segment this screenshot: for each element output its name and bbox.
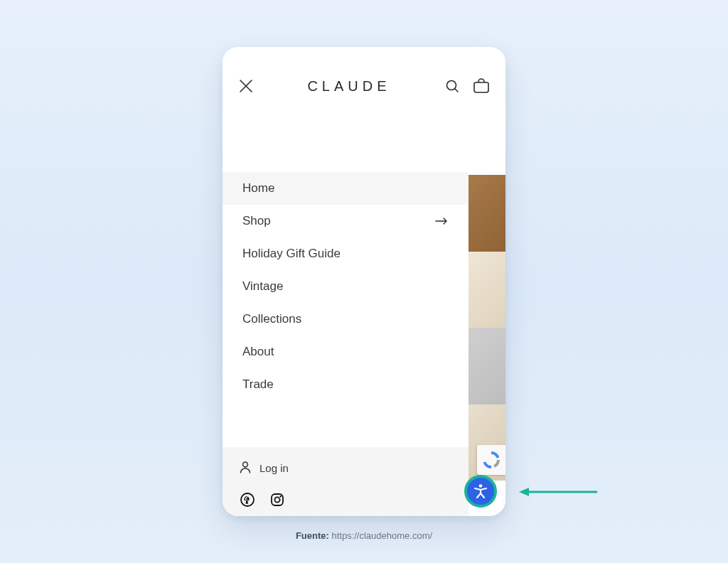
nav-item-about[interactable]: About (223, 336, 469, 368)
search-icon[interactable] (444, 78, 460, 94)
brand-logo[interactable]: CLAUDE (307, 78, 390, 95)
close-icon[interactable] (238, 78, 254, 94)
nav-item-trade[interactable]: Trade (223, 368, 469, 401)
accessibility-widget-button[interactable] (464, 475, 497, 508)
user-icon (238, 460, 252, 476)
nav-item-label: Collections (242, 312, 301, 326)
background-product-strip (469, 175, 505, 481)
pinterest-icon[interactable] (238, 490, 257, 509)
nav-item-label: About (242, 345, 274, 359)
nav-item-shop[interactable]: Shop (223, 205, 469, 237)
nav-item-label: Shop (242, 214, 271, 228)
arrow-right-icon (434, 216, 449, 226)
nav-item-vintage[interactable]: Vintage (223, 270, 469, 303)
nav-item-home[interactable]: Home (223, 172, 469, 205)
nav-menu: Home Shop Holiday Gift Guide Vintage Col… (223, 125, 469, 401)
annotation-arrow (519, 485, 597, 499)
nav-item-label: Vintage (242, 279, 283, 294)
nav-item-label: Holiday Gift Guide (242, 247, 341, 261)
caption-url: https://claudehome.com/ (331, 530, 432, 541)
site-header: CLAUDE (223, 47, 505, 125)
svg-point-1 (243, 462, 248, 467)
instagram-icon[interactable] (268, 490, 287, 509)
nav-item-holiday-gift-guide[interactable]: Holiday Gift Guide (223, 237, 469, 270)
svg-point-6 (479, 484, 483, 488)
nav-item-collections[interactable]: Collections (223, 303, 469, 336)
bg-tile (469, 252, 505, 328)
cart-icon[interactable] (473, 78, 490, 94)
nav-item-label: Home (242, 181, 274, 195)
svg-point-4 (274, 497, 279, 502)
svg-marker-8 (519, 488, 529, 496)
drawer-footer: Log in (223, 447, 469, 516)
image-caption: Fuente: https://claudehome.com/ (0, 530, 728, 541)
login-link[interactable]: Log in (238, 460, 453, 486)
login-label: Log in (259, 462, 289, 474)
svg-point-2 (241, 493, 254, 506)
bg-tile (469, 328, 505, 404)
recaptcha-badge[interactable] (477, 445, 505, 475)
nav-item-label: Trade (242, 377, 274, 392)
nav-drawer: Home Shop Holiday Gift Guide Vintage Col… (223, 125, 469, 516)
caption-prefix: Fuente: (296, 530, 332, 541)
svg-point-5 (280, 495, 282, 497)
bg-tile (469, 175, 505, 252)
social-links (238, 486, 453, 509)
mobile-viewport: CLAUDE Home Shop Holiday Gift Guide (223, 47, 505, 516)
